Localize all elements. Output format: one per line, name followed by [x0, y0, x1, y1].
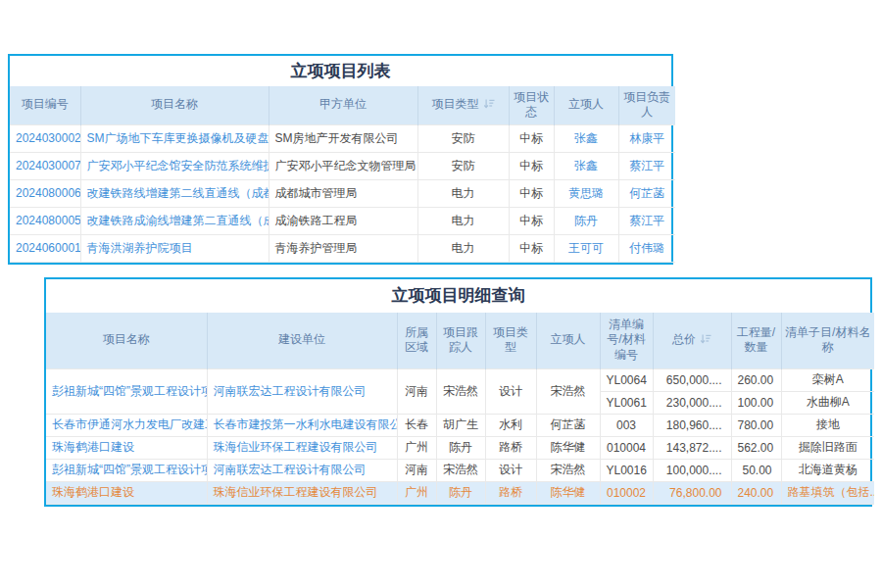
- project-number-link[interactable]: 2024080006: [10, 179, 80, 207]
- item-name-cell: 接地: [781, 414, 874, 436]
- initiator-link[interactable]: 王可可: [554, 234, 618, 262]
- initiator-cell: 陈华健: [536, 436, 600, 459]
- column-header: 所属区域: [397, 313, 436, 368]
- project-status-cell: 中标: [509, 234, 554, 262]
- client-cell: 广安邓小平纪念文物管理局: [269, 152, 417, 179]
- manager-link[interactable]: 付伟璐: [618, 234, 675, 262]
- tracker-cell: 陈丹: [436, 436, 485, 459]
- column-header: 项目名称: [80, 86, 269, 124]
- column-header: 项目跟踪人: [436, 313, 485, 368]
- column-header: 工程量/数量: [731, 313, 781, 368]
- manager-link[interactable]: 蔡江平: [618, 207, 675, 234]
- total-price-cell: 100,000....: [653, 459, 731, 481]
- column-header-label: 甲方单位: [319, 97, 367, 111]
- project-name-link[interactable]: 彭祖新城“四馆”景观工程设计项目: [46, 368, 207, 414]
- sort-icon[interactable]: [483, 98, 495, 109]
- client-cell: 成渝铁路工程局: [269, 207, 417, 234]
- project-type-cell: 电力: [417, 207, 509, 234]
- tracker-cell: 宋浩然: [436, 368, 485, 414]
- sort-icon[interactable]: [700, 333, 711, 344]
- column-header-label: 建设单位: [278, 332, 325, 346]
- project-status-cell: 中标: [509, 124, 554, 152]
- project-number-link[interactable]: 2024030007: [10, 152, 80, 179]
- builder-link[interactable]: 珠海信业环保工程建设有限公司: [207, 436, 397, 459]
- project-status-cell: 中标: [509, 152, 554, 179]
- initiator-link[interactable]: 张鑫: [554, 152, 618, 179]
- column-header-label: 项目类型: [432, 97, 479, 111]
- project-name-link[interactable]: 改建铁路线增建第二线直通线（成都-...: [80, 179, 269, 207]
- manager-link[interactable]: 蔡江平: [618, 152, 675, 179]
- column-header: 立项人: [536, 313, 600, 368]
- project-name-link[interactable]: 珠海鹤港口建设: [46, 436, 207, 459]
- column-header: 清单子目/材料名称: [781, 313, 874, 368]
- column-header-label: 工程量/数量: [737, 325, 775, 355]
- builder-link[interactable]: 河南联宏达工程设计有限公司: [207, 368, 397, 414]
- project-name-link[interactable]: 广安邓小平纪念馆安全防范系统维护...: [80, 152, 269, 179]
- tracker-cell: 胡广生: [436, 414, 485, 436]
- tracker-cell: 陈丹: [436, 481, 485, 504]
- list-code-cell: YL0064: [600, 368, 653, 391]
- project-number-link[interactable]: 2024030002: [10, 124, 80, 152]
- builder-link[interactable]: 河南联宏达工程设计有限公司: [207, 459, 397, 481]
- table-row: 长春市伊通河水力发电厂改建工程长春市建投第一水利水电建设有限公司长春胡广生水利何…: [46, 414, 874, 436]
- project-name-link[interactable]: 青海洪湖养护院项目: [80, 234, 269, 262]
- column-header[interactable]: 总价: [653, 313, 731, 368]
- region-cell: 广州: [397, 481, 436, 504]
- table-row: 2024080005改建铁路成渝线增建第二直通线（成...成渝铁路工程局电力中标…: [10, 207, 675, 234]
- column-header: 项目类型: [485, 313, 536, 368]
- list-code-cell: 003: [600, 414, 653, 436]
- project-detail-header-row: 项目名称建设单位所属区域项目跟踪人项目类型立项人清单编号/材料编号总价工程量/数…: [46, 313, 874, 368]
- project-name-link[interactable]: 长春市伊通河水力发电厂改建工程: [46, 414, 207, 436]
- builder-link[interactable]: 长春市建投第一水利水电建设有限公司: [207, 414, 397, 436]
- project-name-link[interactable]: 珠海鹤港口建设: [46, 481, 207, 504]
- builder-link[interactable]: 珠海信业环保工程建设有限公司: [207, 481, 397, 504]
- initiator-link[interactable]: 黄思璐: [554, 179, 618, 207]
- initiator-cell: 陈华健: [536, 481, 600, 504]
- region-cell: 长春: [397, 414, 436, 436]
- quantity-cell: 50.00: [731, 459, 781, 481]
- item-name-cell: 掘除旧路面: [781, 436, 874, 459]
- page: 立项项目列表 项目编号项目名称甲方单位项目类型项目状态立项人项目负责人 2024…: [0, 0, 882, 588]
- list-code-cell: 010004: [600, 436, 653, 459]
- quantity-cell: 562.00: [731, 436, 781, 459]
- column-header: 项目编号: [10, 86, 80, 124]
- item-name-cell: 路基填筑（包括...: [781, 481, 874, 504]
- project-name-link[interactable]: 改建铁路成渝线增建第二直通线（成...: [80, 207, 269, 234]
- table-row: 2024030002SM广场地下车库更换摄像机及硬盘项目SM房地产开发有限公司安…: [10, 124, 675, 152]
- project-status-cell: 中标: [509, 207, 554, 234]
- project-number-link[interactable]: 2024060001: [10, 234, 80, 262]
- column-header: 清单编号/材料编号: [600, 313, 653, 368]
- project-type-cell: 电力: [417, 234, 509, 262]
- project-name-link[interactable]: SM广场地下车库更换摄像机及硬盘项目: [80, 124, 269, 152]
- quantity-cell: 260.00: [731, 368, 781, 391]
- column-header: 立项人: [554, 86, 618, 124]
- item-name-cell: 栾树A: [781, 368, 874, 391]
- column-header-label: 项目名称: [151, 97, 198, 111]
- project-name-link[interactable]: 彭祖新城“四馆”景观工程设计项目: [46, 459, 207, 481]
- project-type-cell: 设计: [485, 368, 536, 414]
- quantity-cell: 240.00: [731, 481, 781, 504]
- column-header[interactable]: 项目类型: [417, 86, 509, 124]
- column-header: 建设单位: [207, 313, 397, 368]
- region-cell: 河南: [397, 368, 436, 414]
- initiator-cell: 何芷菡: [536, 414, 600, 436]
- initiator-link[interactable]: 陈丹: [554, 207, 618, 234]
- manager-link[interactable]: 林康平: [618, 124, 675, 152]
- item-name-cell: 北海道黄杨: [781, 459, 874, 481]
- column-header-label: 立项人: [568, 97, 604, 111]
- total-price-cell: 230,000....: [653, 391, 731, 414]
- manager-link[interactable]: 何芷菡: [618, 179, 675, 207]
- initiator-link[interactable]: 张鑫: [554, 124, 618, 152]
- quantity-cell: 780.00: [731, 414, 781, 436]
- project-type-cell: 安防: [417, 152, 509, 179]
- table-row: 2024080006改建铁路线增建第二线直通线（成都-...成都城市管理局电力中…: [10, 179, 675, 207]
- project-type-cell: 安防: [417, 124, 509, 152]
- column-header-label: 项目负责人: [623, 90, 670, 120]
- project-type-cell: 路桥: [485, 436, 536, 459]
- project-list-table: 项目编号项目名称甲方单位项目类型项目状态立项人项目负责人 2024030002S…: [10, 86, 675, 263]
- table-row: 珠海鹤港口建设珠海信业环保工程建设有限公司广州陈丹路桥陈华健010004143,…: [46, 436, 874, 459]
- project-detail-body: 彭祖新城“四馆”景观工程设计项目河南联宏达工程设计有限公司河南宋浩然设计宋浩然Y…: [46, 368, 874, 504]
- column-header: 项目名称: [46, 313, 207, 368]
- initiator-cell: 宋浩然: [536, 459, 600, 481]
- project-number-link[interactable]: 2024080005: [10, 207, 80, 234]
